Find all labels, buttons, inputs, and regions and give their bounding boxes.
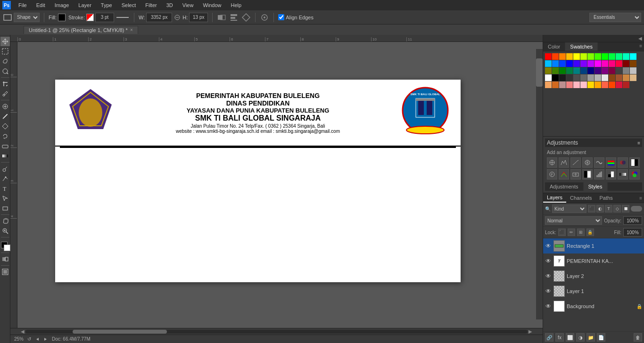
color-swatch[interactable] <box>616 74 622 81</box>
black-white-icon[interactable] <box>629 157 640 168</box>
blend-mode-select[interactable]: Normal Multiply Screen <box>545 216 602 225</box>
gradient-map-icon[interactable] <box>618 169 628 180</box>
opacity-input[interactable] <box>623 216 642 225</box>
color-swatch[interactable] <box>559 60 566 67</box>
color-swatch[interactable] <box>623 60 629 67</box>
color-panel-menu[interactable]: ≡ <box>637 42 644 51</box>
color-swatch[interactable] <box>573 82 580 88</box>
stroke-color-swatch[interactable] <box>86 14 94 21</box>
color-swatch[interactable] <box>623 74 629 81</box>
layers-panel-menu[interactable]: ≡ <box>637 195 644 202</box>
color-swatch[interactable] <box>630 67 636 74</box>
height-input[interactable] <box>189 13 208 22</box>
scroll-left-arrow[interactable]: ◀ <box>20 329 25 334</box>
clone-tool[interactable] <box>0 122 10 131</box>
stroke-size-input[interactable] <box>95 13 114 22</box>
visibility-icon-bg[interactable]: 👁 <box>545 303 552 310</box>
exposure-icon[interactable] <box>582 157 593 168</box>
color-swatch[interactable] <box>594 82 601 88</box>
color-swatch[interactable] <box>623 67 629 74</box>
color-swatch[interactable] <box>594 53 601 60</box>
crop-tool[interactable] <box>0 79 10 89</box>
gradient-tool[interactable] <box>0 151 10 161</box>
quick-mask-btn[interactable] <box>0 254 10 264</box>
healing-tool[interactable] <box>0 102 10 111</box>
vibrance-icon[interactable] <box>594 157 604 168</box>
hand-tool[interactable] <box>0 216 10 226</box>
color-swatch[interactable] <box>566 67 573 74</box>
color-swatch[interactable] <box>616 82 622 88</box>
color-swatch[interactable] <box>609 60 615 67</box>
color-swatch[interactable] <box>587 60 594 67</box>
delete-layer-btn[interactable]: 🗑 <box>634 333 642 342</box>
color-swatch[interactable] <box>594 67 601 74</box>
levels-icon[interactable] <box>559 157 569 168</box>
color-swatch[interactable] <box>602 67 608 74</box>
tab-close-button[interactable]: × <box>130 27 133 33</box>
color-swatch[interactable] <box>552 67 559 74</box>
color-swatch[interactable] <box>609 53 615 60</box>
color-swatch[interactable] <box>545 82 552 88</box>
visibility-icon-text[interactable]: 👁 <box>545 258 552 264</box>
tab-paths[interactable]: Paths <box>596 194 617 202</box>
settings-icon[interactable] <box>260 13 269 22</box>
menu-layer[interactable]: Layer <box>76 2 93 8</box>
color-swatch[interactable] <box>559 53 566 60</box>
fill-color-swatch[interactable] <box>58 14 66 21</box>
invert-icon[interactable] <box>582 169 593 180</box>
dodge-tool[interactable] <box>0 164 10 173</box>
layer-item-background[interactable]: 👁 Background 🔒 <box>543 299 644 314</box>
tab-adjustments-panel[interactable]: Adjustments <box>545 182 584 191</box>
brush-tool[interactable] <box>0 112 10 121</box>
menu-help[interactable]: Help <box>229 2 244 8</box>
color-swatch[interactable] <box>580 60 587 67</box>
path-arrange-icon[interactable] <box>241 13 251 22</box>
tab-color[interactable]: Color <box>543 42 565 51</box>
color-swatch[interactable] <box>559 67 566 74</box>
marquee-tool[interactable] <box>0 47 10 56</box>
filter-adjustment-icon[interactable]: ◐ <box>596 205 604 212</box>
color-swatch[interactable] <box>602 53 608 60</box>
menu-edit[interactable]: Edit <box>34 2 47 8</box>
filter-smart-icon[interactable]: 🔲 <box>622 205 629 212</box>
filter-pixel-icon[interactable]: ⬛ <box>588 205 595 212</box>
selective-color-icon[interactable] <box>629 169 640 180</box>
color-swatch[interactable] <box>580 74 587 81</box>
color-swatch[interactable] <box>587 82 594 88</box>
scroll-thumb[interactable] <box>73 330 167 334</box>
document-tab[interactable]: Untitled-1 @ 25% (Rectangle 1, CMYK/8) *… <box>24 26 138 34</box>
filter-toggle[interactable] <box>631 206 642 212</box>
color-swatch[interactable] <box>630 60 636 67</box>
align-icon[interactable] <box>229 13 239 22</box>
color-swatch[interactable] <box>580 67 587 74</box>
path-selection-tool[interactable] <box>0 194 10 203</box>
text-tool[interactable]: T <box>0 184 10 193</box>
color-swatch[interactable] <box>552 82 559 88</box>
zoom-refresh-icon[interactable]: ↺ <box>27 336 31 342</box>
color-swatch[interactable] <box>616 67 622 74</box>
color-swatch[interactable] <box>573 53 580 60</box>
layer-item-text[interactable]: 👁 T PEMERINTAH KA... <box>543 253 644 269</box>
pen-tool[interactable] <box>0 174 10 183</box>
color-swatch[interactable] <box>609 67 615 74</box>
color-lookup-icon[interactable] <box>570 169 581 180</box>
menu-file[interactable]: File <box>17 2 29 8</box>
align-edges-checkbox[interactable] <box>278 14 284 20</box>
color-swatch[interactable] <box>609 74 615 81</box>
fill-input[interactable] <box>623 228 642 237</box>
layer-mask-btn[interactable]: ⬜ <box>566 333 574 342</box>
hue-saturation-icon[interactable] <box>606 157 616 168</box>
color-swatch[interactable] <box>552 60 559 67</box>
color-swatch[interactable] <box>566 53 573 60</box>
color-swatch[interactable] <box>545 74 552 81</box>
layer-item-rectangle1[interactable]: 👁 Rectangle 1 <box>543 238 644 253</box>
color-swatch[interactable] <box>573 67 580 74</box>
color-swatch[interactable] <box>566 82 573 88</box>
tab-swatches[interactable]: Swatches <box>565 42 598 51</box>
menu-select[interactable]: Select <box>120 2 138 8</box>
filter-shape-icon[interactable]: ◇ <box>613 205 621 212</box>
color-swatch[interactable] <box>623 82 629 88</box>
color-balance-icon[interactable] <box>618 157 628 168</box>
vertical-scrollbar[interactable] <box>536 49 543 319</box>
color-swatch[interactable] <box>552 74 559 81</box>
